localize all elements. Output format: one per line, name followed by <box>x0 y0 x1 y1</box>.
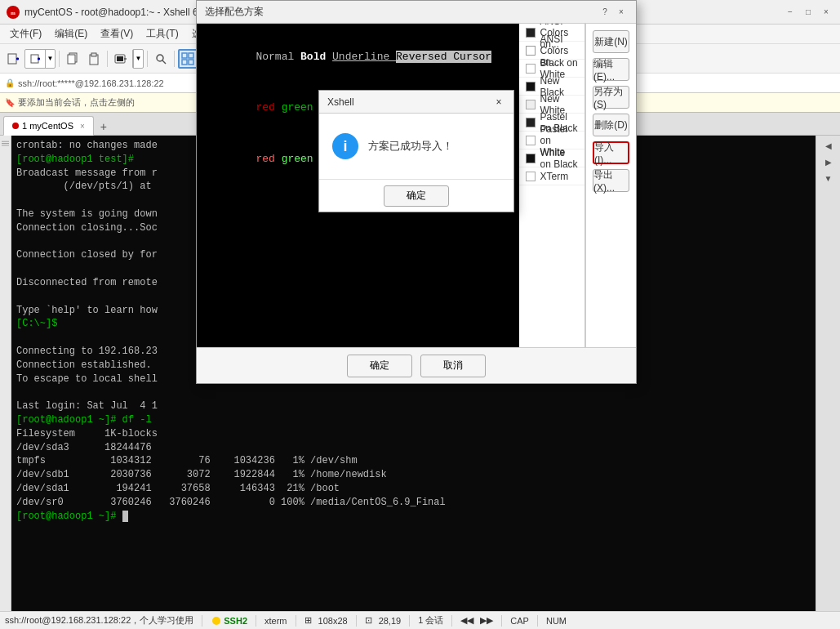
svg-rect-20 <box>189 60 193 65</box>
tb-grid[interactable] <box>178 49 198 69</box>
scheme-dot-6 <box>526 136 536 145</box>
scheme-import-btn[interactable]: 导入(I)... <box>593 141 629 164</box>
info-icon: i <box>332 133 358 159</box>
app-icon: m <box>7 6 20 19</box>
tb-connect-dropdown[interactable]: ▼ <box>132 49 144 69</box>
menu-tools[interactable]: 工具(T) <box>140 25 184 43</box>
scheme-name-7: White on Black <box>540 147 578 170</box>
sidebar: ||| <box>0 136 11 611</box>
xshell-dialog-close-btn[interactable]: × <box>492 96 505 109</box>
tb-paste[interactable] <box>84 49 104 69</box>
svg-rect-18 <box>189 53 193 58</box>
tab-status-dot <box>12 123 19 129</box>
status-cap: CAP <box>510 616 529 626</box>
status-sep-4 <box>356 615 357 627</box>
scheme-dot-2 <box>526 64 536 74</box>
scheme-new-btn[interactable]: 新建(N) <box>593 30 629 53</box>
maximize-btn[interactable]: □ <box>801 5 816 20</box>
scheme-edit-btn[interactable]: 编辑(E)... <box>593 58 629 81</box>
svg-text:m: m <box>11 10 16 16</box>
toolbar-sep-3 <box>147 51 148 67</box>
address-text: ssh://root:*****@192.168.231.128:22 <box>18 78 164 88</box>
info-text: 要添加当前会话，点击左侧的 <box>18 96 135 109</box>
tb-connect[interactable] <box>111 49 131 69</box>
status-sep-5 <box>409 615 410 627</box>
tb-new-session[interactable] <box>3 49 23 69</box>
scheme-export-btn[interactable]: 导出(X)... <box>593 169 629 192</box>
scheme-item-8[interactable]: XTerm <box>519 167 584 185</box>
nav-back-icon[interactable]: ◀◀ <box>460 615 473 626</box>
scheme-buttons-panel: 新建(N) 编辑(E)... 另存为(S) 删除(D) 导入(I)... 导出(… <box>585 24 636 347</box>
minimize-btn[interactable]: − <box>783 5 798 20</box>
tab-mycentos[interactable]: 1 myCentOS × <box>3 116 94 136</box>
status-position: 28,19 <box>379 616 402 626</box>
term-line-24: tmpfs 1034312 76 1034236 1% /dev/shm <box>16 454 811 468</box>
menu-view[interactable]: 查看(V) <box>94 25 140 43</box>
pv-red-2: red <box>256 153 281 165</box>
nav-right-arrow[interactable]: ▶ <box>817 154 840 170</box>
svg-rect-2 <box>8 54 16 64</box>
ssh-icon <box>211 615 222 627</box>
chevron-down-icon[interactable]: ▼ <box>45 50 55 68</box>
nav-left-arrow[interactable]: ◀ <box>817 137 840 154</box>
scheme-delete-btn[interactable]: 删除(D) <box>593 114 629 136</box>
svg-rect-17 <box>182 53 187 58</box>
xshell-ok-btn[interactable]: 确定 <box>384 185 449 207</box>
preview-bold: Bold <box>300 51 332 63</box>
term-line-26: /dev/sda1 194241 37658 146343 21% /boot <box>16 482 811 496</box>
dialog-cancel-btn[interactable]: 取消 <box>420 355 486 377</box>
dialog-title: 选择配色方案 <box>205 5 598 19</box>
status-bar: ssh://root@192.168.231.128:22，个人学习使用 SSH… <box>0 611 840 629</box>
svg-rect-13 <box>117 56 123 61</box>
term-line-28: [root@hadoop1 ~]# <box>16 510 811 524</box>
svg-rect-19 <box>182 60 187 65</box>
dialog-close-btn[interactable]: × <box>615 6 628 19</box>
preview-cursor: Cursor <box>453 51 491 63</box>
status-sessions: 1 会话 <box>418 614 443 627</box>
menu-file[interactable]: 文件(F) <box>3 25 48 43</box>
bookmark-icon: 🔖 <box>5 98 15 107</box>
nav-down-arrow[interactable]: ▼ <box>817 170 840 186</box>
right-nav: ◀ ▶ ▼ <box>816 136 840 611</box>
xshell-dialog-message: 方案已成功导入！ <box>368 139 453 154</box>
nav-fwd-icon[interactable]: ▶▶ <box>480 615 493 626</box>
status-num: NUM <box>546 616 567 626</box>
menu-edit[interactable]: 编辑(E) <box>48 25 94 43</box>
chevron-down-icon-2[interactable]: ▼ <box>133 50 143 68</box>
tab-add-btn[interactable]: + <box>96 118 112 135</box>
preview-underline: Underline <box>332 51 396 63</box>
dialog-title-bar: 选择配色方案 ? × <box>197 1 636 24</box>
term-line-27: /dev/sr0 3760246 3760246 0 100% /media/C… <box>16 496 811 510</box>
scheme-item-7[interactable]: White on Black <box>519 149 584 167</box>
xshell-dialog-title-bar: Xshell × <box>319 91 513 114</box>
status-sep-1 <box>202 615 202 627</box>
window-controls: − □ × <box>783 5 833 20</box>
scheme-dot-4 <box>526 100 536 109</box>
tb-zoom[interactable] <box>151 49 171 69</box>
pv-red-1: red <box>256 101 281 114</box>
tab-close-btn[interactable]: × <box>80 122 85 131</box>
scheme-dot-5 <box>526 118 536 127</box>
svg-point-15 <box>157 55 163 61</box>
xshell-dialog-footer: 确定 <box>319 179 513 212</box>
xshell-dialog-title: Xshell <box>327 96 492 108</box>
scheme-dot-1 <box>526 46 536 56</box>
close-btn[interactable]: × <box>819 5 833 20</box>
tb-copy[interactable] <box>63 49 82 69</box>
term-line-21: [root@hadoop1 ~]# df -l <box>16 413 811 427</box>
scheme-dot-0 <box>526 28 536 38</box>
dialog-help-btn[interactable]: ? <box>598 6 611 19</box>
status-protocol: SSH2 <box>224 616 247 626</box>
dialog-ok-btn[interactable]: 确定 <box>347 355 412 377</box>
svg-point-43 <box>212 617 220 625</box>
term-line-19 <box>16 386 811 399</box>
svg-rect-11 <box>91 53 96 56</box>
toolbar-sep-1 <box>59 51 60 67</box>
toolbar-sep-2 <box>107 51 108 67</box>
status-size-icon: ⊞ <box>304 615 312 626</box>
tb-new-dropdown[interactable]: ▼ <box>24 49 56 69</box>
status-sep-8 <box>537 615 538 627</box>
scheme-dot-3 <box>526 82 536 91</box>
scheme-saveas-btn[interactable]: 另存为(S) <box>593 86 629 109</box>
term-line-20: Last login: Sat Jul 4 1 <box>16 399 811 413</box>
